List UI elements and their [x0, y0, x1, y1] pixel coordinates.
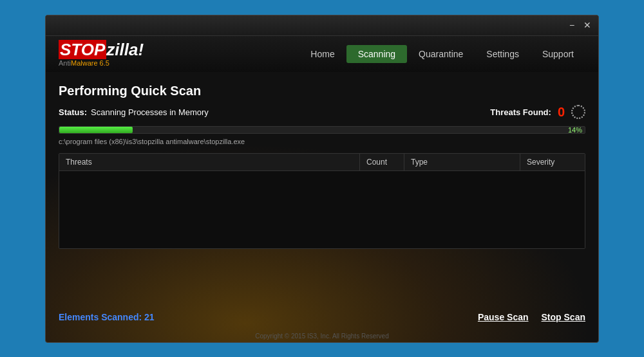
nav-support[interactable]: Support: [531, 45, 585, 63]
close-button[interactable]: ✕: [582, 19, 593, 31]
nav-home[interactable]: Home: [299, 45, 346, 63]
footer-buttons: Pause Scan Stop Scan: [478, 312, 585, 322]
nav-quarantine[interactable]: Quarantine: [407, 45, 475, 63]
stop-scan-button[interactable]: Stop Scan: [542, 312, 585, 322]
pause-scan-button[interactable]: Pause Scan: [478, 312, 529, 322]
scan-title: Performing Quick Scan: [59, 84, 585, 98]
table-body: [59, 171, 585, 248]
col-header-severity: Severity: [520, 154, 585, 170]
main-window: − ✕ STOPzilla! AntiMalware 6.5 Home Scan…: [45, 15, 599, 343]
elements-scanned: Elements Scanned: 21: [59, 312, 155, 322]
threats-table: Threats Count Type Severity: [59, 153, 585, 249]
progress-bar-fill: [59, 127, 133, 133]
elements-count: 21: [144, 312, 155, 322]
progress-bar-container: 14%: [59, 126, 585, 134]
copyright-text: Copyright © 2015 IS3, Inc. All Rights Re…: [46, 330, 598, 342]
logo-text: STOPzilla!: [59, 41, 144, 58]
nav-settings[interactable]: Settings: [475, 45, 531, 63]
logo-stop: STOP: [59, 40, 106, 59]
table-header: Threats Count Type Severity: [59, 154, 585, 171]
logo-subtitle: AntiMalware 6.5: [59, 59, 144, 67]
app-header: STOPzilla! AntiMalware 6.5 Home Scanning…: [46, 36, 598, 72]
threats-found: Threats Found: 0: [490, 105, 585, 120]
title-bar: − ✕: [46, 15, 598, 36]
footer: Elements Scanned: 21 Pause Scan Stop Sca…: [59, 306, 585, 324]
minimize-button[interactable]: −: [566, 19, 578, 31]
main-content: Performing Quick Scan Status: Scanning P…: [46, 72, 598, 330]
status-label: Status:: [59, 107, 87, 117]
spinner-animation: [571, 105, 585, 119]
progress-percent: 14%: [568, 126, 582, 134]
nav-scanning[interactable]: Scanning: [346, 45, 407, 63]
window-controls: − ✕: [566, 19, 593, 31]
logo: STOPzilla! AntiMalware 6.5: [59, 41, 144, 67]
logo-zilla: zilla!: [106, 40, 144, 59]
main-nav: Home Scanning Quarantine Settings Suppor…: [299, 45, 585, 63]
elements-label: Elements Scanned:: [59, 312, 142, 322]
logo-malware: Malware 6.5: [71, 59, 109, 67]
threats-count: 0: [558, 105, 565, 120]
col-header-count: Count: [359, 154, 404, 170]
threats-found-label: Threats Found:: [490, 107, 551, 117]
spinner: [571, 105, 585, 119]
col-header-type: Type: [404, 154, 520, 170]
col-header-threats: Threats: [59, 154, 359, 170]
status-row: Status: Scanning Processes in Memory Thr…: [59, 105, 585, 120]
status-value: Scanning Processes in Memory: [91, 107, 209, 117]
scan-path: c:\program files (x86)\is3\stopzilla ant…: [59, 138, 585, 145]
